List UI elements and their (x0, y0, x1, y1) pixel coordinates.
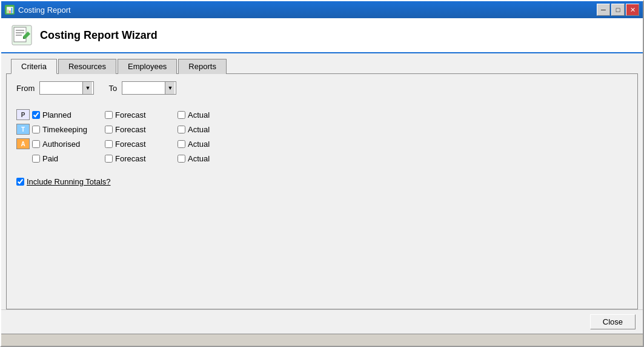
to-date-arrow[interactable]: ▼ (165, 82, 174, 94)
planned-checkbox[interactable] (32, 111, 40, 119)
authorised-checkbox-label[interactable]: Authorised (32, 140, 105, 149)
planned-checkbox-label[interactable]: Planned (32, 110, 105, 120)
planned-icon: P (16, 109, 30, 120)
maximize-button[interactable]: □ (611, 4, 625, 16)
planned-forecast-label: Forecast (115, 110, 146, 120)
bottom-bar: Close (1, 309, 643, 334)
to-label: To (99, 84, 117, 93)
timekeeping-forecast-col: Forecast (105, 125, 178, 134)
timekeeping-forecast-checkbox[interactable] (105, 126, 113, 133)
timekeeping-forecast-label: Forecast (115, 125, 146, 134)
planned-actual-checkbox[interactable] (178, 111, 185, 119)
from-date-arrow[interactable]: ▼ (82, 82, 92, 94)
tab-resources[interactable]: Resources (58, 59, 116, 74)
criteria-form: From ▼ To ▼ P (16, 81, 628, 186)
timekeeping-icon: T (16, 124, 30, 135)
to-date-input[interactable]: ▼ (122, 81, 176, 95)
paid-actual-label: Actual (188, 154, 210, 163)
planned-label: Planned (42, 110, 71, 120)
paid-actual-col: Actual (178, 154, 226, 163)
authorised-actual-col: Actual (178, 140, 226, 149)
authorised-actual-checkbox[interactable] (178, 140, 185, 148)
table-row: P Planned Forecast Actual (16, 108, 628, 121)
authorised-label: Authorised (42, 140, 80, 149)
tabs-bar: Criteria Resources Employees Reports (1, 53, 643, 73)
authorised-forecast-label: Forecast (115, 140, 146, 149)
authorised-forecast-col: Forecast (105, 140, 178, 149)
svg-rect-1 (14, 27, 26, 42)
table-row: Paid Forecast Actual (16, 152, 628, 165)
date-range-row: From ▼ To ▼ (16, 81, 628, 95)
authorised-icon: A (16, 138, 30, 149)
running-totals-label[interactable]: Include Running Totals? (16, 177, 111, 186)
wizard-title: Costing Report Wizard (40, 29, 158, 42)
authorised-actual-label: Actual (188, 140, 210, 149)
planned-actual-col: Actual (178, 110, 226, 120)
title-controls: ─ □ ✕ (597, 4, 639, 16)
title-bar-left: 📊 Costing Report (5, 5, 71, 15)
tab-employees[interactable]: Employees (118, 59, 177, 74)
window-close-button[interactable]: ✕ (626, 4, 639, 16)
paid-actual-checkbox[interactable] (178, 155, 185, 163)
authorised-forecast-checkbox[interactable] (105, 140, 113, 148)
paid-forecast-label: Forecast (115, 154, 146, 163)
table-row: A Authorised Forecast Actual (16, 137, 628, 150)
paid-forecast-checkbox[interactable] (105, 155, 113, 163)
window-title: Costing Report (18, 5, 71, 15)
from-label: From (16, 84, 35, 93)
window-content: Costing Report Wizard Criteria Resources… (1, 18, 643, 346)
planned-forecast-col: Forecast (105, 110, 178, 120)
tab-reports[interactable]: Reports (178, 59, 227, 74)
timekeeping-actual-col: Actual (178, 125, 226, 134)
main-window: 📊 Costing Report ─ □ ✕ Co (0, 0, 644, 347)
planned-actual-label: Actual (188, 110, 210, 120)
timekeeping-checkbox[interactable] (32, 126, 40, 133)
from-date-input[interactable]: ▼ (39, 81, 94, 95)
paid-forecast-col: Forecast (105, 154, 178, 163)
app-icon: 📊 (5, 5, 15, 15)
close-button[interactable]: Close (590, 314, 636, 329)
paid-checkbox[interactable] (32, 155, 40, 163)
rows-container: P Planned Forecast Actual (16, 108, 628, 165)
tab-criteria[interactable]: Criteria (11, 59, 57, 74)
timekeeping-actual-checkbox[interactable] (178, 126, 185, 133)
running-totals-checkbox[interactable] (16, 178, 24, 186)
minimize-button[interactable]: ─ (597, 4, 610, 16)
authorised-checkbox[interactable] (32, 140, 40, 148)
status-bar (1, 334, 643, 346)
planned-forecast-checkbox[interactable] (105, 111, 113, 119)
paid-icon-placeholder (16, 153, 30, 164)
wizard-header: Costing Report Wizard (1, 18, 643, 53)
paid-checkbox-label[interactable]: Paid (32, 154, 105, 163)
timekeeping-checkbox-label[interactable]: Timekeeping (32, 125, 105, 134)
timekeeping-label: Timekeeping (42, 125, 87, 134)
timekeeping-actual-label: Actual (188, 125, 210, 134)
wizard-icon (11, 24, 33, 46)
title-bar: 📊 Costing Report ─ □ ✕ (1, 1, 643, 18)
tab-content: From ▼ To ▼ P (6, 73, 638, 309)
running-totals-row: Include Running Totals? (16, 177, 628, 186)
paid-label: Paid (42, 154, 58, 163)
table-row: T Timekeeping Forecast Actual (16, 123, 628, 136)
